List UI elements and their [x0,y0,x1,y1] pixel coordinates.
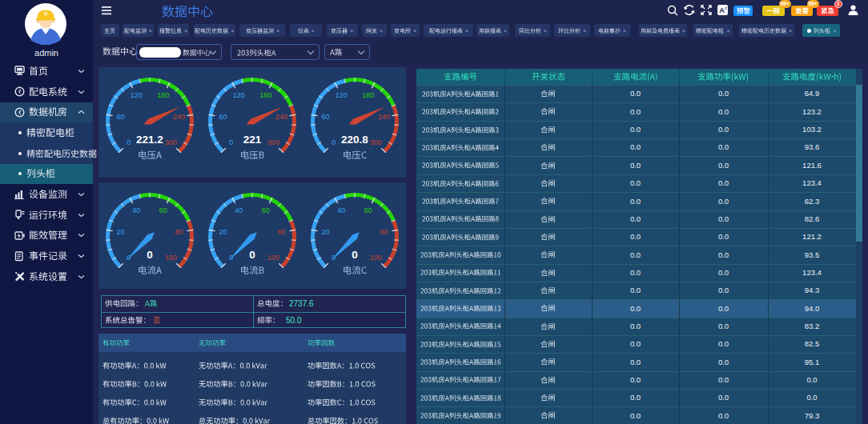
svg-text:0: 0 [147,249,153,261]
svg-text:300: 300 [267,138,279,146]
svg-text:0: 0 [229,138,233,146]
svg-text:20: 20 [116,228,124,236]
svg-text:A: A [719,6,725,14]
svg-text:80: 80 [380,228,388,236]
svg-text:80: 80 [277,228,285,236]
svg-text:60: 60 [262,206,270,214]
svg-text:221: 221 [243,134,262,146]
svg-text:0: 0 [127,138,131,146]
svg-text:180: 180 [362,91,374,99]
svg-text:300: 300 [370,138,382,146]
svg-text:180: 180 [259,91,271,99]
svg-text:60: 60 [364,206,372,214]
svg-text:0: 0 [332,138,336,146]
svg-text:80: 80 [175,228,183,236]
svg-text:60: 60 [159,206,167,214]
svg-text:60: 60 [219,113,227,121]
svg-text:20: 20 [219,228,227,236]
svg-text:40: 40 [235,206,243,214]
svg-text:300: 300 [165,138,177,146]
svg-text:220.8: 220.8 [341,134,368,146]
svg-text:100: 100 [267,254,279,262]
svg-text:120: 120 [131,91,143,99]
svg-text:120: 120 [336,91,348,99]
svg-text:20: 20 [321,228,329,236]
svg-text:0: 0 [352,249,358,261]
svg-text:100: 100 [165,254,177,262]
svg-text:60: 60 [321,113,329,121]
svg-text:60: 60 [116,113,124,121]
svg-text:180: 180 [157,91,169,99]
svg-text:221.2: 221.2 [136,134,163,146]
svg-text:240: 240 [173,113,185,121]
svg-text:240: 240 [275,113,287,121]
svg-text:100: 100 [370,254,382,262]
svg-text:40: 40 [337,206,345,214]
svg-text:120: 120 [233,91,245,99]
svg-text:240: 240 [378,113,390,121]
svg-text:0: 0 [249,249,255,261]
svg-text:40: 40 [132,206,140,214]
